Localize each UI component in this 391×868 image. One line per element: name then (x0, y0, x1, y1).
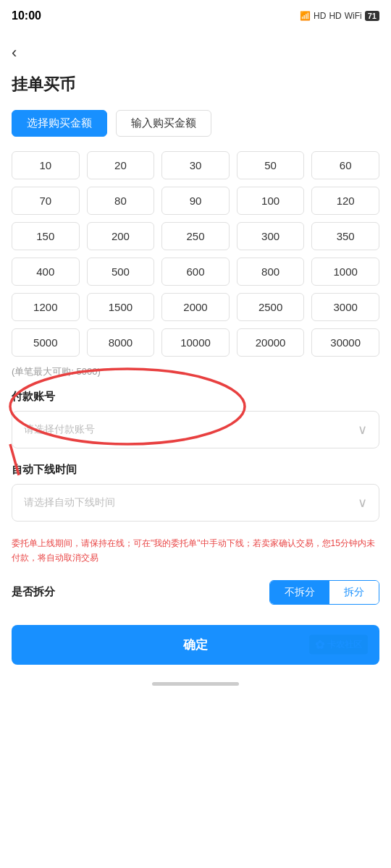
split-no-button[interactable]: 不拆分 (270, 581, 329, 604)
amount-section: 1020305060708090100120150200250300350400… (12, 151, 379, 357)
tab-select-amount[interactable]: 选择购买金额 (12, 110, 107, 137)
amount-cell[interactable]: 100 (237, 187, 305, 215)
pay-account-section: 付款账号 请选择付款账号 ∨ (12, 390, 379, 448)
pay-account-label: 付款账号 (12, 390, 379, 404)
amount-cell[interactable]: 1000 (311, 258, 379, 286)
amount-cell[interactable]: 10 (12, 151, 80, 179)
amount-cell[interactable]: 3000 (311, 293, 379, 321)
amount-cell[interactable]: 200 (87, 222, 155, 250)
split-yes-button[interactable]: 拆分 (329, 581, 379, 604)
amount-cell[interactable]: 150 (12, 222, 80, 250)
amount-cell[interactable]: 800 (237, 258, 305, 286)
amount-cell[interactable]: 500 (87, 258, 155, 286)
confirm-button[interactable]: 确定 ✿ 卡农社区 (12, 625, 379, 665)
amount-cell[interactable]: 1200 (12, 293, 80, 321)
amount-cell[interactable]: 50 (237, 151, 305, 179)
amount-cell[interactable]: 90 (161, 187, 230, 215)
hd-icon: HD (314, 11, 326, 21)
amount-cell[interactable]: 5000 (12, 328, 80, 357)
hd2-icon: HD (329, 11, 341, 21)
back-button[interactable]: ‹ (12, 32, 379, 68)
watermark: ✿ 卡农社区 (309, 635, 368, 655)
split-row: 是否拆分 不拆分 拆分 (12, 580, 379, 605)
amount-cell[interactable]: 600 (161, 258, 230, 286)
tab-row: 选择购买金额 输入购买金额 (12, 110, 379, 137)
confirm-label: 确定 (183, 638, 208, 652)
status-time: 10:00 (12, 9, 41, 22)
auto-offline-select[interactable]: 请选择自动下线时间 ∨ (12, 484, 379, 522)
amount-cell[interactable]: 20 (87, 151, 155, 179)
wifi-icon: WiFi (345, 11, 362, 21)
confirm-btn-wrapper: 确定 ✿ 卡农社区 (12, 625, 379, 676)
amount-cell[interactable]: 300 (237, 222, 305, 250)
watermark-icon: ✿ (315, 638, 324, 652)
battery-badge: 71 (365, 11, 379, 21)
pay-account-placeholder: 请选择付款账号 (24, 423, 95, 436)
amount-cell[interactable]: 2500 (237, 293, 305, 321)
amount-cell[interactable]: 250 (161, 222, 230, 250)
amount-cell[interactable]: 350 (311, 222, 379, 250)
auto-offline-placeholder: 请选择自动下线时间 (24, 496, 115, 509)
amount-cell[interactable]: 70 (12, 187, 80, 215)
amount-cell[interactable]: 2000 (161, 293, 230, 321)
amount-grid: 1020305060708090100120150200250300350400… (12, 151, 379, 357)
amount-cell[interactable]: 20000 (237, 328, 305, 357)
main-content: ‹ 挂单买币 选择购买金额 输入购买金额 1020305060708090100… (0, 32, 391, 868)
amount-cell[interactable]: 10000 (161, 328, 230, 357)
tab-input-amount[interactable]: 输入购买金额 (116, 110, 211, 137)
auto-offline-section: 自动下线时间 请选择自动下线时间 ∨ (12, 463, 379, 522)
split-label: 是否拆分 (12, 585, 55, 599)
notice-text: 委托单上线期间，请保持在线；可在"我的委托单"中手动下线；若卖家确认交易，您15… (12, 536, 379, 566)
amount-cell[interactable]: 400 (12, 258, 80, 286)
page-title: 挂单买币 (12, 68, 379, 110)
chevron-down-icon-2: ∨ (358, 495, 367, 511)
amount-cell[interactable]: 60 (311, 151, 379, 179)
split-buttons: 不拆分 拆分 (269, 580, 379, 605)
chevron-down-icon: ∨ (358, 422, 367, 438)
home-indicator (152, 682, 239, 686)
hint-text: (单笔最大可购: 5000) (12, 365, 379, 378)
amount-cell[interactable]: 120 (311, 187, 379, 215)
pay-account-select[interactable]: 请选择付款账号 ∨ (12, 411, 379, 448)
amount-cell[interactable]: 30 (161, 151, 230, 179)
amount-cell[interactable]: 30000 (311, 328, 379, 357)
amount-cell[interactable]: 8000 (87, 328, 155, 357)
auto-offline-label: 自动下线时间 (12, 463, 379, 477)
watermark-text: 卡农社区 (327, 639, 362, 651)
status-bar: 10:00 📶 HD HD WiFi 71 (0, 0, 391, 32)
amount-cell[interactable]: 80 (87, 187, 155, 215)
status-right: 📶 HD HD WiFi 71 (300, 11, 379, 21)
amount-cell[interactable]: 1500 (87, 293, 155, 321)
network-icon: 📶 (300, 11, 311, 21)
